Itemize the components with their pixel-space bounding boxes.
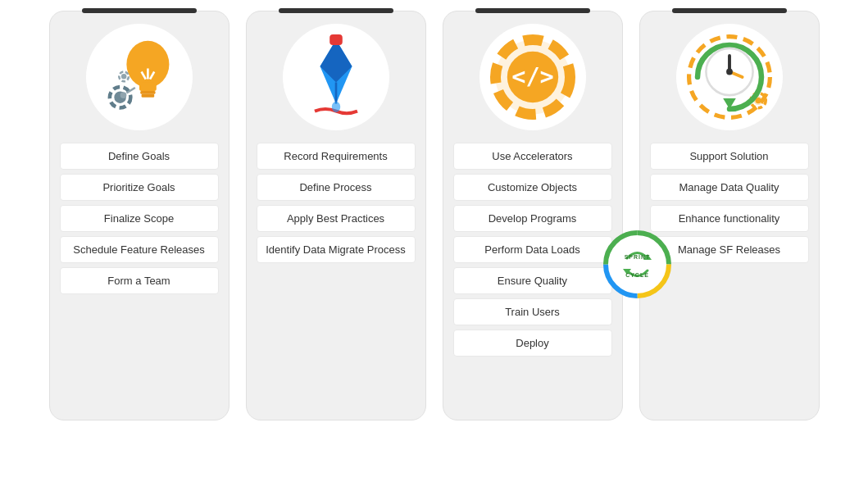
- list-item: Perform Data Loads: [453, 236, 612, 263]
- col2-icon-circle: [283, 24, 389, 130]
- code-icon: </>: [479, 24, 586, 130]
- list-item: Finalize Scope: [60, 205, 219, 232]
- list-item: Identify Data Migrate Process: [257, 236, 416, 263]
- column-3: </> Use Accelerators Customize Objects D…: [439, 8, 627, 420]
- svg-point-17: [331, 102, 339, 112]
- list-item: Customize Objects: [453, 174, 612, 201]
- clock-icon: [676, 24, 783, 130]
- svg-text:CYCLE: CYCLE: [625, 272, 649, 278]
- list-item: Develop Programs: [453, 205, 612, 232]
- col1-items-list: Define Goals Prioritize Goals Finalize S…: [60, 143, 219, 294]
- column-1: Define Goals Prioritize Goals Finalize S…: [45, 8, 234, 420]
- col2-top-bar: [279, 8, 393, 13]
- svg-point-9: [120, 74, 126, 80]
- col2-card: Record Requirements Define Process Apply…: [246, 11, 426, 420]
- column-2: Record Requirements Define Process Apply…: [242, 8, 430, 420]
- col2-items-list: Record Requirements Define Process Apply…: [257, 143, 416, 263]
- svg-rect-4: [140, 91, 155, 94]
- main-container: Define Goals Prioritize Goals Finalize S…: [0, 0, 868, 500]
- svg-text:</>: </>: [511, 62, 554, 90]
- list-item: Enhance functionality: [650, 205, 809, 232]
- svg-rect-16: [329, 34, 343, 45]
- list-item: Ensure Quality: [453, 267, 612, 294]
- svg-text:SPRINT: SPRINT: [624, 254, 650, 260]
- col4-items-list: Support Solution Manage Data Quality Enh…: [650, 143, 809, 263]
- col4-icon-circle: [676, 24, 783, 130]
- pen-icon: [283, 24, 389, 130]
- svg-point-2: [126, 41, 169, 88]
- col1-card: Define Goals Prioritize Goals Finalize S…: [49, 11, 229, 420]
- svg-rect-3: [139, 83, 157, 91]
- col3-top-bar: [475, 8, 590, 13]
- col3-items-list: Use Accelerators Customize Objects Devel…: [453, 143, 612, 357]
- col3-card: </> Use Accelerators Customize Objects D…: [443, 11, 623, 420]
- list-item: Form a Team: [60, 267, 219, 294]
- list-item: Prioritize Goals: [60, 174, 219, 201]
- column-4: Support Solution Manage Data Quality Enh…: [635, 8, 824, 420]
- sprint-cycle-badge: SPRINT CYCLE: [602, 230, 672, 299]
- list-item: Define Goals: [60, 143, 219, 170]
- svg-point-23: [612, 240, 661, 289]
- list-item: Train Users: [453, 298, 612, 325]
- col1-top-bar: [82, 8, 197, 13]
- col4-top-bar: [672, 8, 787, 13]
- col4-card: Support Solution Manage Data Quality Enh…: [639, 11, 820, 420]
- list-item: Deploy: [453, 330, 612, 357]
- svg-rect-5: [141, 94, 154, 98]
- list-item: Support Solution: [650, 143, 809, 170]
- list-item: Record Requirements: [257, 143, 416, 170]
- list-item: Manage SF Releases: [650, 236, 809, 263]
- col3-icon-circle: </>: [479, 24, 586, 130]
- list-item: Manage Data Quality: [650, 174, 809, 201]
- bulb-icon: [86, 24, 193, 130]
- list-item: Apply Best Practices: [257, 205, 416, 232]
- list-item: Use Accelerators: [453, 143, 612, 170]
- col1-icon-circle: [86, 24, 193, 130]
- list-item: Schedule Feature Releases: [60, 236, 219, 263]
- svg-point-12: [120, 92, 126, 98]
- list-item: Define Process: [257, 174, 416, 201]
- svg-point-36: [726, 69, 733, 75]
